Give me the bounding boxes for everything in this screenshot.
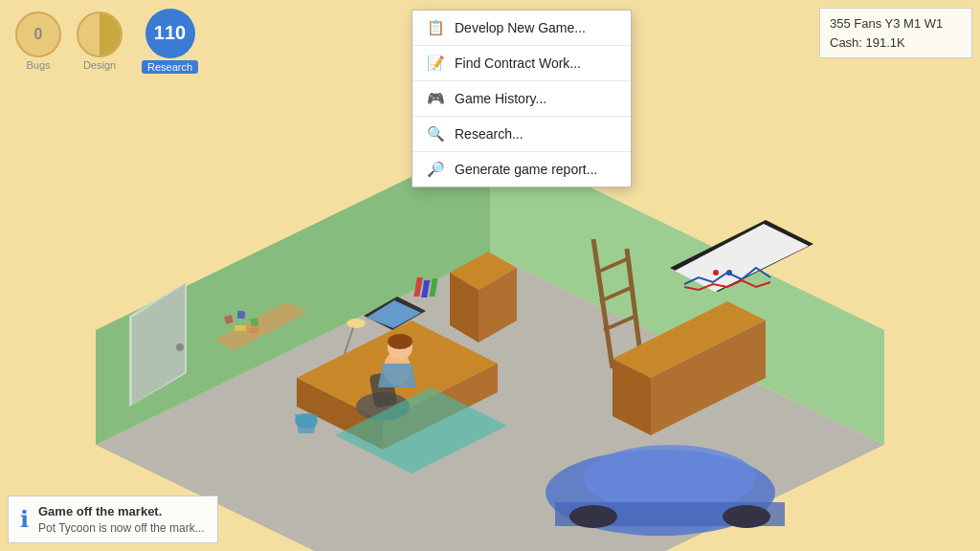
dropdown-item-icon-4: 🔎: [426, 161, 445, 178]
dropdown-item-1[interactable]: 📝Find Contract Work...: [412, 46, 631, 81]
svg-point-39: [723, 505, 770, 528]
svg-rect-46: [237, 311, 246, 320]
bugs-label: Bugs: [26, 59, 50, 71]
notification-box: ℹ Game off the market. Pot Tycoon is now…: [8, 496, 218, 543]
game-scene: 0 Bugs Design 110 Research 355 Fans Y3 M…: [0, 0, 980, 551]
bugs-circle: 0: [15, 11, 61, 57]
dropdown-item-label-1: Find Contract Work...: [455, 55, 581, 71]
research-count: 110: [154, 22, 186, 44]
dropdown-item-label-3: Research...: [455, 126, 523, 142]
svg-marker-43: [295, 414, 318, 433]
dropdown-item-label-0: Develop New Game...: [455, 20, 586, 35]
research-label: Research: [142, 60, 198, 74]
svg-rect-49: [249, 328, 258, 333]
notification-title: Game off the market.: [38, 504, 205, 518]
notification-icon: ℹ: [20, 506, 29, 533]
stats-cash: Cash: 191.1K: [830, 33, 962, 53]
svg-rect-47: [250, 318, 258, 326]
design-counter: Design: [77, 11, 122, 71]
svg-marker-16: [378, 364, 416, 387]
svg-point-41: [346, 319, 366, 328]
svg-point-36: [584, 445, 756, 512]
notification-subtitle: Pot Tycoon is now off the mark...: [38, 521, 205, 535]
design-fill: [100, 13, 121, 55]
design-circle: [77, 11, 122, 57]
svg-point-34: [726, 270, 732, 276]
dropdown-item-3[interactable]: 🔍Research...: [412, 117, 631, 152]
research-circle: 110: [145, 9, 195, 58]
stats-fans: 355 Fans Y3 M1 W1: [830, 14, 962, 33]
svg-point-5: [176, 343, 184, 351]
dropdown-item-4[interactable]: 🔎Generate game report...: [412, 152, 631, 187]
svg-point-33: [713, 270, 719, 276]
dropdown-item-icon-3: 🔍: [426, 125, 445, 143]
research-button[interactable]: 110 Research: [142, 9, 198, 74]
dropdown-item-label-4: Generate game report...: [455, 162, 597, 177]
dropdown-item-icon-2: 🎮: [426, 90, 445, 107]
dropdown-item-icon-0: 📋: [426, 19, 445, 36]
dropdown-item-icon-1: 📝: [426, 55, 445, 72]
stats-box: 355 Fans Y3 M1 W1 Cash: 191.1K: [819, 8, 972, 58]
dropdown-item-label-2: Game History...: [455, 91, 546, 106]
bugs-counter: 0 Bugs: [15, 11, 61, 71]
bugs-count: 0: [34, 26, 43, 43]
svg-rect-48: [234, 325, 246, 331]
dropdown-item-2[interactable]: 🎮Game History...: [412, 81, 631, 117]
design-label: Design: [83, 59, 116, 71]
dropdown-item-0[interactable]: 📋Develop New Game...: [412, 11, 631, 46]
svg-point-15: [388, 334, 412, 349]
svg-point-38: [569, 505, 617, 528]
dropdown-menu: 📋Develop New Game...📝Find Contract Work.…: [412, 10, 632, 187]
notification-content: Game off the market. Pot Tycoon is now o…: [38, 504, 205, 535]
